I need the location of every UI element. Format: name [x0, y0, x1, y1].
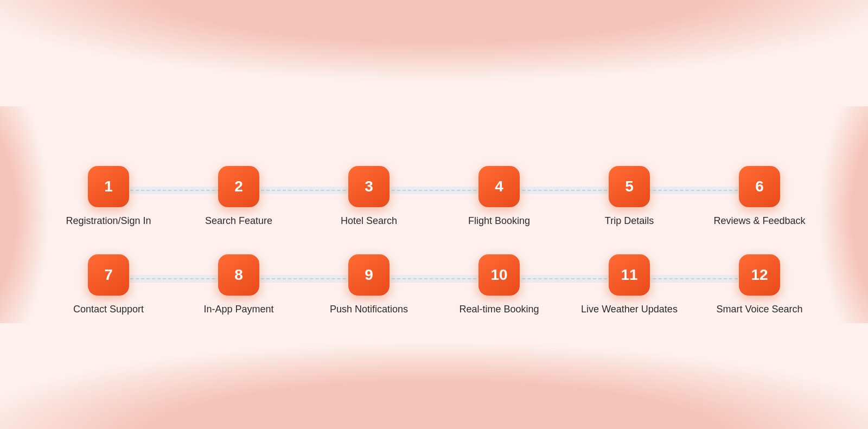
feature-row-2: 7Contact Support8In-App Payment9Push Not… [43, 254, 825, 316]
feature-label-3: Hotel Search [341, 215, 397, 227]
feature-label-11: Live Weather Updates [581, 303, 678, 316]
feature-badge-3: 3 [348, 166, 390, 207]
feature-item-4: 4Flight Booking [434, 166, 564, 227]
feature-label-8: In-App Payment [203, 303, 273, 316]
feature-item-2: 2Search Feature [174, 166, 304, 227]
feature-item-5: 5Trip Details [564, 166, 694, 227]
feature-badge-8: 8 [218, 254, 259, 296]
feature-row-1: 1Registration/Sign In2Search Feature3Hot… [43, 166, 825, 227]
feature-badge-12: 12 [739, 254, 780, 296]
feature-label-2: Search Feature [205, 215, 272, 227]
feature-badge-11: 11 [609, 254, 650, 296]
feature-item-1: 1Registration/Sign In [43, 166, 174, 227]
feature-badge-2: 2 [218, 166, 259, 207]
feature-badge-10: 10 [478, 254, 520, 296]
feature-item-7: 7Contact Support [43, 254, 174, 316]
feature-label-1: Registration/Sign In [66, 215, 151, 227]
feature-item-3: 3Hotel Search [304, 166, 434, 227]
feature-badge-1: 1 [88, 166, 129, 207]
feature-label-12: Smart Voice Search [716, 303, 802, 316]
feature-badge-6: 6 [739, 166, 780, 207]
feature-label-5: Trip Details [605, 215, 654, 227]
feature-item-10: 10Real-time Booking [434, 254, 564, 316]
feature-badge-7: 7 [88, 254, 129, 296]
feature-item-11: 11Live Weather Updates [564, 254, 694, 316]
feature-item-12: 12Smart Voice Search [694, 254, 825, 316]
feature-item-6: 6Reviews & Feedback [694, 166, 825, 227]
feature-badge-5: 5 [609, 166, 650, 207]
main-container: 1Registration/Sign In2Search Feature3Hot… [0, 0, 868, 429]
feature-label-7: Contact Support [73, 303, 144, 316]
feature-label-4: Flight Booking [468, 215, 530, 227]
feature-badge-4: 4 [478, 166, 520, 207]
feature-label-10: Real-time Booking [459, 303, 539, 316]
feature-label-9: Push Notifications [330, 303, 408, 316]
feature-label-6: Reviews & Feedback [713, 215, 805, 227]
rows-container: 1Registration/Sign In2Search Feature3Hot… [43, 166, 825, 316]
feature-item-8: 8In-App Payment [174, 254, 304, 316]
feature-badge-9: 9 [348, 254, 390, 296]
feature-item-9: 9Push Notifications [304, 254, 434, 316]
